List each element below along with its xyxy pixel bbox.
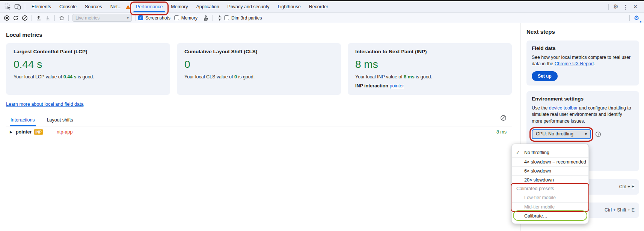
divider [54, 15, 55, 21]
active-tab-underline [133, 11, 166, 12]
crux-report-link[interactable]: Chrome UX Report [555, 61, 594, 66]
menu-item-calibrate[interactable]: Calibrate… [512, 212, 588, 220]
menu-group-calibrated-presets: Calibrated presets [512, 184, 588, 194]
inp-interaction-label: INP interaction [355, 83, 388, 88]
inp-card: Interaction to Next Paint (INP) 8 ms You… [348, 43, 512, 95]
kebab-icon: ⋮ [623, 4, 629, 10]
dim-3rd-parties-checkbox[interactable] [224, 15, 229, 20]
inp-interaction-row: INP interaction pointer [355, 83, 504, 88]
interaction-row[interactable]: ▶ pointer INP ntp-app 8 ms [6, 126, 512, 138]
info-icon[interactable] [595, 131, 601, 137]
environment-title: Environment settings [532, 96, 634, 103]
page-title: Local metrics [6, 32, 512, 38]
menu-item-20x-slowdown[interactable]: 20× slowdown [512, 176, 588, 184]
record-icon[interactable] [2, 14, 11, 22]
screenshots-checkbox[interactable]: ✓ [138, 15, 143, 20]
tab-layout-shifts[interactable]: Layout shifts [46, 116, 74, 126]
cpu-select-value: CPU: No throttling [536, 131, 573, 137]
home-icon[interactable] [57, 14, 66, 22]
tab-lighthouse[interactable]: Lighthouse [273, 1, 305, 12]
close-devtools-icon[interactable]: × [630, 2, 640, 12]
tab-interactions[interactable]: Interactions [10, 116, 36, 126]
field-data-text: See how your local metrics compare to re… [532, 54, 634, 67]
menu-item-4x-slowdown[interactable]: 4× slowdown – recommended [512, 158, 588, 166]
memory-label: Memory [181, 15, 198, 21]
tab-privacy-security[interactable]: Privacy and security [223, 1, 274, 12]
tab-label: Application [196, 4, 219, 9]
tab-label: Elements [32, 4, 51, 9]
desc-value: 0 [234, 74, 237, 80]
clear-icon[interactable] [20, 14, 29, 22]
device-toolbar-link[interactable]: device toolbar [549, 105, 578, 111]
history-select[interactable]: Live metrics ▾ [72, 14, 132, 22]
dim-3rd-parties-label: Dim 3rd parties [231, 15, 262, 21]
devtools-window: Elements Console Sources Net... Performa… [0, 0, 644, 231]
tab-label: Lighthouse [278, 4, 300, 9]
inspect-element-icon[interactable] [3, 2, 13, 12]
field-data-title: Field data [532, 45, 634, 52]
tab-sources[interactable]: Sources [81, 1, 106, 12]
learn-more-link[interactable]: Learn more about local and field data [6, 102, 83, 107]
menu-item-label: No throttling [524, 150, 549, 155]
clear-log-icon[interactable] [500, 115, 507, 121]
tab-label: Recorder [309, 4, 328, 9]
pointer-link[interactable]: pointer [389, 83, 404, 88]
memory-checkbox[interactable] [174, 15, 179, 20]
tab-label: Performance [136, 4, 163, 9]
tab-console[interactable]: Console [55, 1, 81, 12]
expander-icon[interactable]: ▶ [10, 130, 12, 134]
tab-elements[interactable]: Elements [27, 1, 55, 12]
interaction-target: ntp-app [57, 129, 72, 135]
text: . [594, 61, 595, 66]
download-trace-icon[interactable] [43, 14, 52, 22]
inp-badge: INP [34, 129, 43, 135]
divider [213, 15, 213, 21]
inp-value: 8 ms [355, 58, 504, 70]
inp-description: Your local INP value of 8 ms is good. [355, 74, 504, 80]
tab-label: Net... [110, 4, 122, 9]
cls-description: Your local CLS value of 0 is good. [184, 74, 333, 80]
desc-text: is good. [415, 74, 432, 80]
divider [136, 15, 136, 21]
tab-memory[interactable]: Memory [167, 1, 192, 12]
field-data-card: Field data See how your local metrics co… [526, 40, 639, 86]
menu-item-no-throttling[interactable]: ✓No throttling [512, 148, 588, 158]
tab-label: Console [59, 4, 77, 9]
set-up-button[interactable]: Set up [532, 71, 558, 81]
gear-icon: ⚙ [634, 15, 639, 21]
compress-icon[interactable] [215, 14, 224, 22]
desc-text: Your local CLS value of [184, 74, 234, 80]
lcp-title: Largest Contentful Paint (LCP) [14, 49, 163, 54]
cpu-throttling-select[interactable]: CPU: No throttling ▾ [532, 129, 591, 139]
shortcut-label: Ctrl + E [619, 184, 635, 190]
divider [68, 15, 69, 21]
menu-item-label: 20× slowdown [524, 177, 554, 183]
warning-icon[interactable] [126, 5, 130, 9]
menu-item-label: Mid-tier mobile [524, 204, 555, 210]
desc-text: Your local INP value of [355, 74, 404, 80]
tab-network[interactable]: Net... [106, 1, 126, 12]
menu-item-label: 6× slowdown [524, 168, 551, 174]
chevron-down-icon: ▾ [585, 131, 587, 137]
screenshots-label: Screenshots [145, 15, 170, 21]
desc-text: is good. [237, 74, 255, 80]
upload-trace-icon[interactable] [34, 14, 43, 22]
reload-record-icon[interactable] [11, 14, 20, 22]
notification-dot [639, 21, 642, 23]
collect-garbage-icon[interactable] [201, 14, 210, 22]
divider [608, 4, 609, 10]
settings-gear-icon[interactable]: ⚙ [611, 2, 621, 12]
tabbar-right-controls: ⚙ ⋮ × [606, 2, 644, 12]
tab-recorder[interactable]: Recorder [305, 1, 332, 12]
capture-settings-icon[interactable]: ⚙ [632, 14, 641, 22]
tab-performance[interactable]: Performance [132, 1, 167, 12]
lcp-value: 0.44 s [14, 58, 163, 70]
menu-item-label: 4× slowdown – recommended [524, 159, 586, 165]
close-icon: × [633, 3, 638, 10]
menu-item-6x-slowdown[interactable]: 6× slowdown [512, 166, 588, 176]
kebab-menu-icon[interactable]: ⋮ [621, 2, 630, 12]
cpu-throttling-row: CPU: No throttling ▾ [532, 129, 634, 139]
device-toolbar-icon[interactable] [13, 2, 23, 12]
local-metrics-panel: Local metrics Largest Contentful Paint (… [0, 23, 520, 231]
tab-application[interactable]: Application [192, 1, 223, 12]
